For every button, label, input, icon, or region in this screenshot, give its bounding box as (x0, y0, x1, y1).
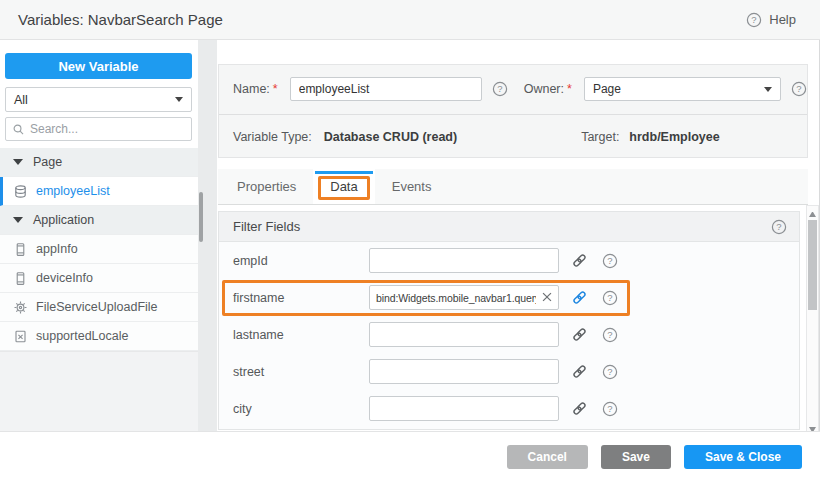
tree-group-page[interactable]: Page (0, 148, 198, 177)
filter-row-lastname: lastname (219, 316, 799, 353)
filter-fields-help-icon[interactable] (771, 219, 787, 235)
name-label: Name: (233, 82, 270, 96)
name-help-icon[interactable] (492, 81, 508, 97)
tab-label: Properties (237, 179, 296, 194)
owner-label: Owner: (524, 82, 564, 96)
variable-name-input[interactable] (290, 77, 482, 101)
owner-help-icon[interactable] (791, 81, 807, 97)
search-input[interactable] (30, 122, 180, 136)
tree-item-label: deviceInfo (36, 271, 93, 285)
save-and-close-button[interactable]: Save & Close (684, 445, 802, 469)
active-tab-indicator (315, 171, 372, 174)
tree-item-label: employeeList (36, 184, 110, 198)
tree-item-deviceinfo[interactable]: deviceInfo (0, 264, 198, 293)
filter-fields-title: Filter Fields (233, 219, 300, 234)
sidebar-scrollbar[interactable] (199, 192, 203, 242)
scrollbar-thumb[interactable] (808, 220, 817, 310)
page-title: Variables: NavbarSearch Page (18, 11, 223, 28)
street-input[interactable] (369, 359, 559, 384)
lastname-input[interactable] (369, 322, 559, 347)
tab-label: Events (392, 179, 432, 194)
variable-filter-select[interactable]: All (5, 87, 192, 112)
tree-item-fileserviceuploadfile[interactable]: FileServiceUploadFile (0, 293, 198, 322)
detail-tabs: Properties Data Events (218, 169, 808, 205)
field-help-icon[interactable] (602, 401, 618, 417)
scroll-up-icon[interactable] (809, 212, 816, 217)
tree-item-employeelist[interactable]: employeeList (0, 177, 198, 206)
clear-binding-icon[interactable] (540, 290, 554, 304)
dialog-header: Variables: NavbarSearch Page Help (0, 0, 820, 40)
variable-type-label: Variable Type: (233, 130, 312, 144)
city-input[interactable] (369, 396, 559, 421)
bind-link-icon[interactable] (572, 327, 587, 342)
variables-dialog: Variables: NavbarSearch Page Help New Va… (0, 0, 820, 490)
device-icon (13, 242, 28, 257)
tree-group-label: Application (33, 213, 94, 227)
target-value: hrdb/Employee (629, 130, 719, 144)
bind-link-icon[interactable] (572, 401, 587, 416)
field-help-icon[interactable] (602, 290, 618, 306)
tab-properties[interactable]: Properties (220, 169, 313, 204)
owner-select[interactable]: Page (584, 77, 781, 101)
search-box (5, 117, 192, 141)
tree-item-label: supportedLocale (36, 329, 128, 343)
field-label: street (233, 365, 369, 379)
chevron-down-icon (175, 97, 183, 102)
tree-item-appinfo[interactable]: appInfo (0, 235, 198, 264)
filter-row-firstname: firstname (219, 279, 799, 316)
panel-divider (219, 114, 807, 115)
owner-value: Page (593, 82, 621, 96)
help-question-icon (746, 12, 762, 28)
field-label: firstname (233, 291, 369, 305)
content-scrollbar[interactable] (806, 205, 819, 439)
bind-link-icon[interactable] (572, 253, 587, 268)
tab-events[interactable]: Events (375, 169, 449, 204)
target-label: Target: (581, 130, 619, 144)
tree-group-label: Page (33, 155, 62, 169)
filter-row-street: street (219, 353, 799, 390)
variables-sidebar: New Variable All Page employeeList Appli… (0, 40, 198, 431)
variable-filter-value: All (14, 93, 28, 107)
dialog-footer: Cancel Save Save & Close (0, 431, 820, 490)
field-help-icon[interactable] (602, 253, 618, 269)
tab-data[interactable]: Data (313, 169, 374, 204)
tab-label: Data (330, 179, 357, 194)
save-button[interactable]: Save (601, 445, 671, 469)
document-icon (13, 329, 28, 344)
firstname-input[interactable] (369, 285, 559, 310)
filter-row-city: city (219, 390, 799, 427)
filter-row-empid: empId (219, 242, 799, 279)
device-icon (13, 271, 28, 286)
tree-item-supportedlocale[interactable]: supportedLocale (0, 322, 198, 351)
tree-item-label: appInfo (36, 242, 78, 256)
required-marker: * (273, 82, 278, 96)
variables-tree: Page employeeList Application appInfo de… (0, 148, 198, 351)
bind-link-icon[interactable] (572, 364, 587, 379)
database-icon (13, 184, 28, 199)
search-icon (12, 123, 25, 136)
tree-group-application[interactable]: Application (0, 206, 198, 235)
collapse-triangle-icon (13, 159, 23, 165)
empid-input[interactable] (369, 248, 559, 273)
collapse-triangle-icon (13, 217, 23, 223)
cancel-button[interactable]: Cancel (507, 445, 588, 469)
chevron-down-icon (764, 87, 772, 92)
filter-fields-header: Filter Fields (219, 212, 799, 242)
filter-fields-panel: Filter Fields empId firstname (218, 211, 800, 430)
help-label: Help (769, 12, 796, 27)
variable-type-value: Database CRUD (read) (324, 130, 457, 144)
sidebar-empty-area (0, 351, 198, 431)
tree-item-label: FileServiceUploadFile (36, 300, 158, 314)
new-variable-button[interactable]: New Variable (5, 53, 192, 79)
field-label: lastname (233, 328, 369, 342)
field-label: city (233, 402, 369, 416)
field-help-icon[interactable] (602, 364, 618, 380)
field-help-icon[interactable] (602, 327, 618, 343)
required-marker: * (567, 82, 572, 96)
bind-link-icon[interactable] (572, 290, 587, 305)
help-button[interactable]: Help (746, 12, 796, 28)
variable-details-panel: Name: * Owner: * Page Variable Type: Dat… (218, 64, 808, 158)
field-label: empId (233, 254, 369, 268)
gear-icon (13, 300, 28, 315)
